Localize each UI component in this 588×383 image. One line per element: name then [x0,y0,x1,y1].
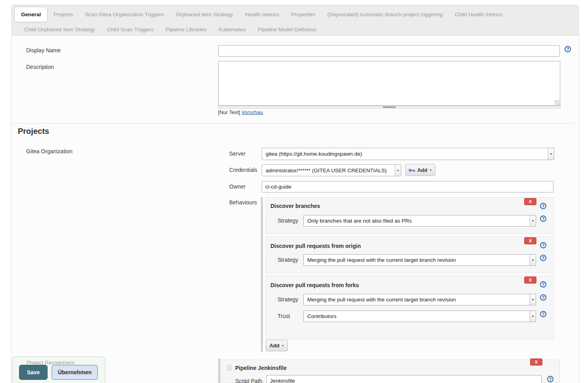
tab-row-2: Child Orphaned Item StrategyChild Scan T… [12,23,578,35]
tab-health-metrics[interactable]: Health metrics [239,8,285,21]
chevron-down-icon: ▼ [395,165,401,176]
help-icon[interactable]: ? [540,242,546,248]
add-button-label: Add [417,167,427,173]
help-icon[interactable]: ? [540,281,546,288]
textarea-resize-bar[interactable] [218,106,561,109]
behaviour-title: Discover pull requests from origin [270,243,361,249]
strategy-select[interactable]: Merging the pull request with the curren… [303,294,536,305]
tab-general[interactable]: General [14,7,48,22]
strategy-label: Strategy [278,257,298,263]
chevron-down-icon: ▼ [548,148,554,160]
trust-select[interactable]: Contributors ▼ [303,311,536,322]
display-name-label: Display Name [26,47,61,53]
behaviours-label: Behaviours [229,199,257,206]
section-divider [11,123,575,124]
tab-scan-gitea-organization-triggers[interactable]: Scan Gitea Organization Triggers [79,8,170,21]
delete-recognizer-button[interactable]: X [530,358,542,366]
tab-projects[interactable]: Projects [48,8,79,21]
tab-child-orphaned-item-strategy[interactable]: Child Orphaned Item Strategy [18,23,101,36]
help-icon[interactable]: ? [540,311,546,317]
delete-behaviour-button[interactable]: X [524,276,536,284]
script-path-input[interactable] [266,375,542,383]
strategy-select-value: Only branches that are not also filed as… [304,218,412,224]
server-label: Server [229,151,245,157]
gitea-organization-label: Gitea Organization [26,148,73,154]
tab-pipeline-model-definition[interactable]: Pipeline Model Definition [252,23,323,36]
tab-child-scan-triggers[interactable]: Child Scan Triggers [101,23,160,36]
tab-orphaned-item-strategy[interactable]: Orphaned Item Strategy [170,8,239,21]
behaviour-title: Discover pull requests from forks [270,282,359,288]
server-select[interactable]: gitea (https://git.home.koudingspawn.de)… [262,148,554,160]
help-icon[interactable]: ? [540,215,546,222]
strategy-label: Strategy [278,217,298,224]
help-icon[interactable]: ? [540,294,546,301]
owner-input[interactable] [262,181,554,192]
chevron-down-icon: ▼ [530,294,536,305]
delete-behaviour-button[interactable]: X [524,198,536,205]
trust-label: Trust [278,313,290,319]
tab-child-health-metrics[interactable]: Child Health metrics [449,8,509,21]
script-path-label: Script Path [235,378,262,383]
chevron-down-icon: ▼ [429,169,432,171]
projects-heading: Projects [18,127,49,136]
tab-kubernetes[interactable]: Kubernetes [213,23,252,36]
display-name-input[interactable] [218,45,560,57]
tab-properties[interactable]: Properties [285,8,322,21]
preview-link[interactable]: Vorschau [241,109,263,115]
description-label: Description [26,64,54,70]
tab-pipeline-libraries[interactable]: Pipeline Libraries [159,23,213,36]
save-button[interactable]: Save [19,365,48,380]
credentials-select-value: administrator/****** (GITEA USER CREDENT… [262,168,387,173]
drag-handle-icon[interactable] [226,365,232,371]
description-textarea[interactable] [218,61,560,106]
behaviour-title: Discover branches [270,203,320,209]
tab-deprecated-automatic-branch-project-triggering[interactable]: (Deprecated) Automatic branch project tr… [322,8,449,21]
preview-line: [Nur Text] Vorschau [218,109,263,115]
help-icon[interactable]: ? [547,376,554,382]
chevron-down-icon: ▼ [530,311,536,322]
chevron-down-icon: ▼ [530,255,536,265]
add-behaviour-button[interactable]: Add ▼ [266,340,288,351]
key-icon [408,168,415,172]
server-select-value: gitea (https://git.home.koudingspawn.de) [262,151,362,157]
credentials-add-button[interactable]: Add ▼ [405,164,435,176]
jenkins-config-page: GeneralProjectsScan Gitea Organization T… [0,0,588,383]
config-tabbar: GeneralProjectsScan Gitea Organization T… [11,5,579,35]
credentials-label: Credentials [229,167,257,173]
recognizer-group-bar [218,358,220,383]
chevron-down-icon: ▼ [282,344,284,347]
preview-prefix-label: [Nur Text] [218,109,240,115]
help-icon[interactable]: ? [540,203,546,209]
apply-button[interactable]: Übernehmen [52,365,98,380]
credentials-select[interactable]: administrator/****** (GITEA USER CREDENT… [262,164,401,176]
help-icon[interactable]: ? [540,255,546,261]
pipeline-jenkinsfile-title: Pipeline Jenkinsfile [235,365,287,371]
strategy-select-value: Merging the pull request with the curren… [304,257,456,263]
add-button-label: Add [269,343,279,349]
strategy-label: Strategy [278,296,298,303]
chevron-down-icon: ▼ [530,215,536,226]
strategy-select[interactable]: Only branches that are not also filed as… [303,215,536,227]
strategy-select[interactable]: Merging the pull request with the curren… [303,254,536,266]
textarea-resize-corner[interactable] [555,100,559,105]
owner-label: Owner [229,183,245,190]
delete-behaviour-button[interactable]: X [524,237,536,244]
tab-row-1: GeneralProjectsScan Gitea Organization T… [12,5,578,23]
behaviours-group-bar [261,197,263,352]
trust-select-value: Contributors [304,313,337,319]
strategy-select-value: Merging the pull request with the curren… [304,297,456,303]
help-icon[interactable]: ? [565,46,571,52]
